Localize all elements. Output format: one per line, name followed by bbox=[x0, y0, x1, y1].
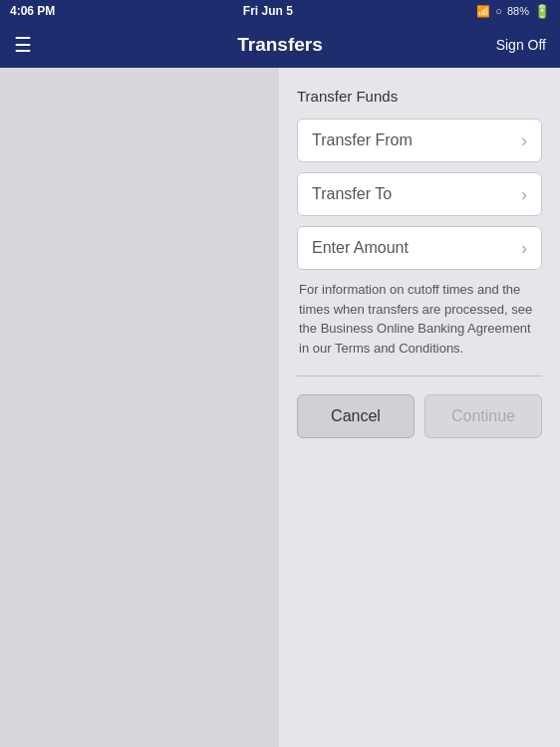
transfer-from-label: Transfer From bbox=[312, 131, 413, 149]
status-time-date: 4:06 PM bbox=[10, 4, 55, 18]
transfer-from-field[interactable]: Transfer From › bbox=[297, 119, 542, 162]
transfer-to-field[interactable]: Transfer To › bbox=[297, 172, 542, 216]
location-icon: ○ bbox=[495, 5, 502, 17]
enter-amount-label: Enter Amount bbox=[312, 239, 409, 257]
enter-amount-chevron-icon: › bbox=[521, 238, 527, 259]
main-layout: Transfer Funds Transfer From › Transfer … bbox=[0, 68, 560, 747]
continue-button[interactable]: Continue bbox=[424, 394, 542, 438]
transfer-to-chevron-icon: › bbox=[521, 184, 527, 205]
status-bar: 4:06 PM Fri Jun 5 📶 ○ 88% 🔋 bbox=[0, 0, 560, 22]
sign-off-button[interactable]: Sign Off bbox=[496, 37, 546, 53]
info-text: For information on cutoff times and the … bbox=[297, 280, 542, 358]
transfer-to-label: Transfer To bbox=[312, 185, 392, 203]
divider bbox=[297, 375, 542, 376]
app-header: ☰ Transfers Sign Off bbox=[0, 22, 560, 68]
status-date: Fri Jun 5 bbox=[243, 4, 293, 18]
button-row: Cancel Continue bbox=[297, 394, 542, 438]
wifi-icon: 📶 bbox=[476, 5, 490, 18]
main-content: Transfer Funds Transfer From › Transfer … bbox=[279, 68, 560, 747]
menu-icon[interactable]: ☰ bbox=[14, 33, 32, 57]
battery-percentage: 88% bbox=[507, 5, 529, 17]
enter-amount-field[interactable]: Enter Amount › bbox=[297, 226, 542, 270]
battery-icon: 🔋 bbox=[534, 4, 550, 19]
section-title: Transfer Funds bbox=[297, 88, 542, 105]
sidebar bbox=[0, 68, 279, 747]
cancel-button[interactable]: Cancel bbox=[297, 394, 415, 438]
page-title: Transfers bbox=[237, 34, 323, 56]
status-icons: 📶 ○ 88% 🔋 bbox=[476, 4, 550, 19]
transfer-from-chevron-icon: › bbox=[521, 130, 527, 151]
